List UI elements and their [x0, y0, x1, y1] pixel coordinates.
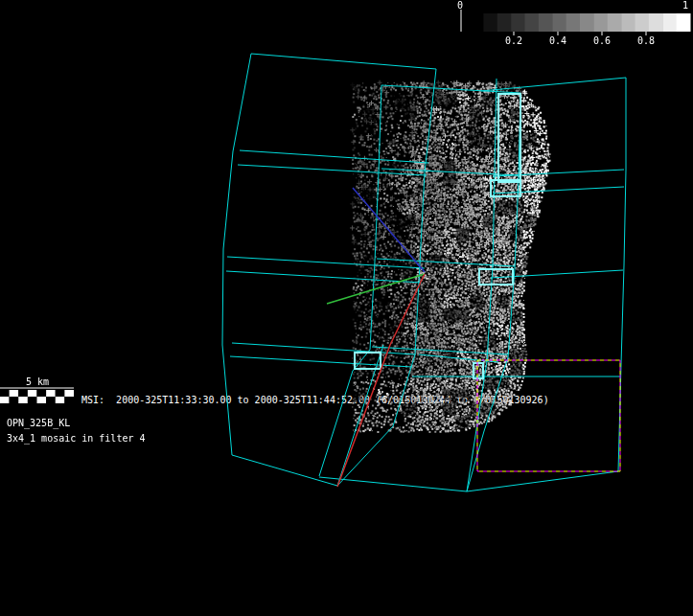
scale-bar-cell	[28, 397, 37, 403]
colorbar-chip	[649, 13, 663, 32]
colorbar-max-label: 1	[682, 0, 688, 11]
colorbar-chip	[635, 13, 650, 32]
colorbar-chip	[608, 13, 622, 32]
scale-bar-cell	[46, 397, 56, 403]
scale-bar-label: 5 km	[0, 376, 75, 388]
mosaic-frame-outlines	[222, 54, 626, 491]
mosaic-frame-line	[493, 187, 624, 194]
scale-bar-cell	[10, 397, 19, 403]
mosaic-frame-line	[227, 257, 425, 268]
scale-bar-cell	[10, 390, 19, 397]
mosaic-frame-line	[226, 271, 422, 283]
mosaic-frame-line	[467, 471, 618, 491]
mosaic-frame-line	[319, 477, 467, 491]
grayscale-colorbar	[461, 10, 691, 35]
colorbar-chip	[470, 13, 484, 32]
scale-bar-cell	[28, 390, 37, 397]
scale-bar-board	[0, 388, 74, 403]
mosaic-frame-line	[481, 78, 626, 91]
colorbar-min-label: 0	[457, 0, 463, 11]
frame-highlight-rect	[498, 94, 520, 182]
scale-bar-cell	[37, 397, 47, 403]
mosaic-planner-window: MSI: 2000-325T11:33:30.00 to 2000-325T11…	[0, 0, 693, 616]
colorbar-tick-label: 0.4	[547, 35, 568, 47]
mosaic-frame-line	[337, 69, 436, 486]
mosaic-frame-line	[238, 165, 427, 175]
scale-bar-cell	[64, 397, 74, 403]
mosaic-frame-line	[493, 170, 624, 176]
mosaic-frame-line	[319, 85, 381, 476]
mosaic-frame-line	[232, 455, 337, 486]
colorbar-chip	[566, 13, 581, 32]
mosaic-frame-line	[337, 345, 383, 486]
sequence-name-label: OPN_325B_KL	[7, 418, 70, 429]
colorbar-chip	[497, 13, 512, 32]
scale-bar-cell	[0, 397, 10, 403]
colorbar-chip	[580, 13, 594, 32]
mosaic-frame-line	[240, 150, 428, 163]
colorbar-chip	[677, 13, 691, 32]
mosaic-frame-line	[618, 78, 626, 471]
scale-bar-cell	[18, 397, 28, 403]
mosaic-frame-line	[491, 270, 623, 278]
scale-bar-cell	[56, 397, 65, 403]
colorbar-chip	[621, 13, 635, 32]
colorbar-chip	[662, 13, 677, 32]
colorbar-tick-label: 0.2	[503, 35, 524, 47]
mosaic-frame-line	[377, 259, 515, 266]
colorbar-chip	[511, 13, 525, 32]
scene-overlay-svg	[0, 0, 693, 616]
scale-bar-cell	[37, 390, 47, 397]
mosaic-description-label: 3x4_1 mosaic in filter 4	[7, 433, 146, 445]
colorbar-chip	[593, 13, 608, 32]
mosaic-frame-line	[222, 54, 251, 455]
scale-bar-cell	[46, 390, 56, 397]
scale-bar-cell	[18, 390, 28, 397]
axis-green	[327, 274, 425, 304]
colorbar-chip	[525, 13, 540, 32]
colorbar-tick-label: 0.8	[635, 35, 657, 47]
scale-bar-cell	[64, 390, 74, 397]
colorbar-chip	[552, 13, 566, 32]
mosaic-frame-line	[251, 54, 436, 69]
colorbar-chip	[483, 13, 497, 32]
scale-bar-cell	[56, 390, 65, 397]
colorbar-chip	[539, 13, 553, 32]
colorbar-tick-label: 0.6	[591, 35, 612, 47]
scale-bar-cell	[0, 390, 10, 397]
axis-red	[337, 274, 425, 487]
mosaic-frame-line	[467, 93, 520, 491]
